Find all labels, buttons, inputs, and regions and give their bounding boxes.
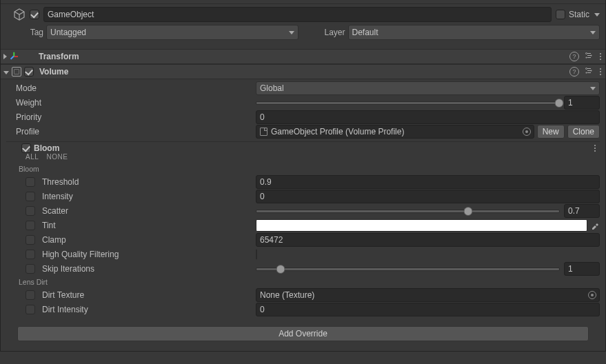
clamp-override-checkbox[interactable] bbox=[26, 235, 35, 245]
add-override-button[interactable]: Add Override bbox=[17, 326, 589, 341]
object-picker-icon[interactable] bbox=[588, 291, 596, 299]
profile-object-field[interactable]: GameObject Profile (Volume Profile) bbox=[256, 125, 534, 139]
dirt-intensity-label: Dirt Intensity bbox=[42, 305, 88, 314]
tint-color-field[interactable] bbox=[256, 219, 587, 232]
skip-slider[interactable] bbox=[256, 267, 560, 271]
volume-properties: Mode Global Weight 1 Priority 0 bbox=[1, 79, 605, 351]
override-none-button[interactable]: NONE bbox=[47, 153, 68, 161]
help-icon[interactable]: ? bbox=[569, 52, 579, 61]
dirt-intensity-override-checkbox[interactable] bbox=[26, 305, 35, 314]
dirt-intensity-field[interactable]: 0 bbox=[256, 303, 600, 316]
profile-new-button[interactable]: New bbox=[537, 125, 565, 139]
threshold-override-checkbox[interactable] bbox=[26, 177, 35, 187]
scatter-value-field[interactable]: 0.7 bbox=[564, 204, 600, 218]
asset-icon bbox=[260, 128, 267, 136]
intensity-field[interactable]: 0 bbox=[256, 190, 600, 203]
eyedropper-icon[interactable] bbox=[590, 221, 600, 230]
override-all-none: ALL NONE bbox=[6, 153, 600, 163]
threshold-row: Threshold bbox=[6, 177, 256, 187]
chevron-down-icon bbox=[590, 31, 596, 34]
profile-label: Profile bbox=[6, 127, 256, 136]
transform-icon bbox=[10, 52, 19, 61]
weight-value-field[interactable]: 1 bbox=[564, 96, 600, 110]
gameobject-enabled-checkbox[interactable] bbox=[30, 10, 39, 19]
scatter-label: Scatter bbox=[42, 206, 68, 216]
chevron-down-icon bbox=[590, 87, 596, 90]
mode-dropdown[interactable]: Global bbox=[256, 81, 600, 95]
threshold-label: Threshold bbox=[42, 177, 79, 187]
foldout-expanded-icon[interactable] bbox=[3, 71, 9, 74]
static-label: Static bbox=[569, 10, 589, 19]
skip-override-checkbox[interactable] bbox=[26, 264, 35, 274]
transform-title: Transform bbox=[39, 52, 567, 61]
presets-icon[interactable] bbox=[585, 68, 594, 77]
dirt-texture-override-checkbox[interactable] bbox=[26, 290, 35, 300]
volume-icon bbox=[12, 67, 21, 77]
volume-title: Volume bbox=[39, 67, 567, 77]
dirt-texture-value: None (Texture) bbox=[260, 290, 314, 300]
static-toggle-group: Static bbox=[556, 10, 600, 19]
tint-override-checkbox[interactable] bbox=[26, 221, 35, 230]
skip-value-field[interactable]: 1 bbox=[564, 262, 600, 276]
volume-component-header[interactable]: Volume ? bbox=[1, 64, 605, 79]
gameobject-name-field[interactable]: GameObject bbox=[43, 7, 552, 22]
foldout-collapsed-icon[interactable] bbox=[3, 54, 7, 59]
layer-label: Layer bbox=[311, 28, 345, 37]
static-dropdown-icon[interactable] bbox=[594, 13, 600, 17]
help-icon[interactable]: ? bbox=[569, 67, 579, 77]
static-checkbox[interactable] bbox=[556, 10, 565, 19]
dirt-texture-label: Dirt Texture bbox=[42, 290, 84, 300]
tint-label: Tint bbox=[42, 221, 56, 230]
bloom-enabled-checkbox[interactable] bbox=[21, 143, 31, 153]
scatter-slider[interactable] bbox=[256, 210, 560, 213]
weight-label: Weight bbox=[6, 98, 256, 108]
slider-thumb[interactable] bbox=[276, 265, 285, 274]
dirt-texture-object-field[interactable]: None (Texture) bbox=[256, 288, 600, 302]
override-menu-icon[interactable] bbox=[594, 144, 596, 153]
tag-label: Tag bbox=[24, 28, 43, 37]
bloom-title: Bloom bbox=[34, 143, 591, 153]
tag-layer-row: Tag Untagged Layer Default bbox=[1, 23, 605, 43]
lensdirt-group-label: Lens Dirt bbox=[6, 276, 600, 287]
priority-field[interactable]: 0 bbox=[256, 110, 600, 124]
object-picker-icon[interactable] bbox=[523, 128, 531, 136]
priority-label: Priority bbox=[6, 112, 256, 122]
threshold-field[interactable]: 0.9 bbox=[256, 175, 600, 189]
component-menu-icon[interactable] bbox=[599, 52, 601, 61]
weight-slider[interactable] bbox=[256, 101, 560, 105]
tag-dropdown[interactable]: Untagged bbox=[46, 25, 299, 40]
intensity-label: Intensity bbox=[42, 192, 73, 201]
volume-enabled-checkbox[interactable] bbox=[24, 67, 34, 77]
scatter-override-checkbox[interactable] bbox=[26, 206, 35, 216]
clamp-field[interactable]: 65472 bbox=[256, 233, 600, 247]
override-all-button[interactable]: ALL bbox=[26, 153, 39, 161]
bloom-group-label: Bloom bbox=[6, 163, 600, 174]
skip-label: Skip Iterations bbox=[42, 264, 94, 274]
hqfilter-label: High Quality Filtering bbox=[42, 250, 119, 259]
intensity-override-checkbox[interactable] bbox=[26, 192, 35, 201]
slider-thumb[interactable] bbox=[555, 99, 564, 108]
chevron-down-icon bbox=[289, 31, 294, 34]
profile-clone-button[interactable]: Clone bbox=[567, 125, 600, 139]
transform-component-header[interactable]: Transform ? bbox=[1, 49, 605, 64]
tag-value: Untagged bbox=[50, 28, 86, 37]
gameobject-cube-icon bbox=[13, 8, 26, 21]
component-menu-icon[interactable] bbox=[599, 68, 601, 77]
hqfilter-checkbox[interactable] bbox=[256, 249, 257, 260]
inspector-panel: GameObject Static Tag Untagged Layer Def… bbox=[0, 0, 606, 352]
layer-value: Default bbox=[352, 28, 378, 37]
gameobject-header-row: GameObject Static bbox=[1, 4, 605, 23]
presets-icon[interactable] bbox=[585, 52, 594, 61]
bloom-override-header[interactable]: Bloom bbox=[6, 141, 600, 153]
hqfilter-override-checkbox[interactable] bbox=[26, 250, 35, 259]
slider-thumb[interactable] bbox=[464, 207, 473, 216]
mode-value: Global bbox=[260, 83, 284, 93]
layer-dropdown[interactable]: Default bbox=[348, 25, 600, 40]
profile-value: GameObject Profile (Volume Profile) bbox=[271, 127, 404, 136]
mode-label: Mode bbox=[6, 83, 256, 93]
clamp-label: Clamp bbox=[42, 235, 66, 245]
